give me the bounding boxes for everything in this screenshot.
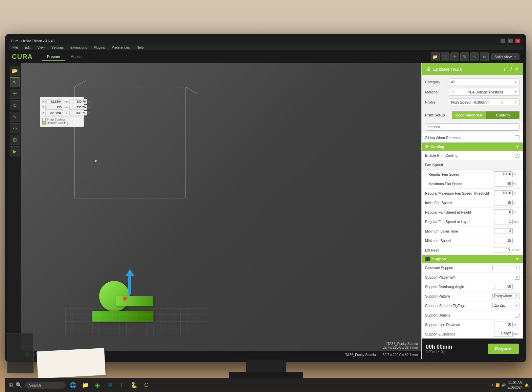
tab-monitor[interactable]: Monitor xyxy=(66,53,88,61)
support-section-header[interactable]: ⬛ Support ▼ xyxy=(422,255,523,263)
tray-up-icon[interactable]: ∧ xyxy=(491,383,493,387)
info-icon-2[interactable]: i xyxy=(508,66,512,72)
profile-value: High Speed - 0.380mm xyxy=(451,100,489,104)
uniform-scaling-checkbox[interactable]: ✓ xyxy=(42,121,46,125)
toolbar-rotate-icon[interactable]: ↻ xyxy=(460,52,469,61)
taskbar-search-icon[interactable]: 🔍 xyxy=(16,382,22,388)
menu-settings[interactable]: Settings xyxy=(50,45,65,50)
y-value-input[interactable] xyxy=(45,105,63,110)
toolbar-icons: 📁 ⬛ ✛ ↻ ⤡ ⇔ xyxy=(431,52,489,61)
minimize-button[interactable]: — xyxy=(501,39,505,43)
taskbar-edge[interactable]: 🌐 xyxy=(68,380,78,390)
bounding-box xyxy=(74,87,185,198)
material-info-icon[interactable]: ⓘ xyxy=(451,89,455,94)
fan-threshold-row: Regular/Maximum Fan Speed Threshold % xyxy=(422,189,523,198)
support-expand-icon[interactable]: ▼ xyxy=(515,257,519,261)
taskbar-teams[interactable]: T xyxy=(117,380,127,390)
taskbar-python[interactable]: 🐍 xyxy=(129,380,139,390)
snap-scaling-label: Snap Scaling xyxy=(47,118,65,121)
menu-help[interactable]: Help xyxy=(135,45,145,50)
taskbar-cura[interactable]: C xyxy=(141,380,151,390)
lift-head-input[interactable] xyxy=(493,247,511,253)
min-speed-label: Minimum Speed xyxy=(425,239,494,243)
tool-mirror[interactable]: ⇔ xyxy=(10,123,20,133)
fan-height-unit: % xyxy=(513,211,519,214)
recommended-button[interactable]: Recommended xyxy=(452,111,486,119)
tool-slice[interactable]: ▶ xyxy=(10,146,20,156)
cooling-icon: ❄ xyxy=(425,144,428,149)
toolbar-scale-icon[interactable]: ⤡ xyxy=(470,52,479,61)
search-input[interactable] xyxy=(425,123,519,131)
min-layer-time-input[interactable] xyxy=(494,228,513,234)
menu-view[interactable]: View xyxy=(36,45,46,50)
menu-plugins[interactable]: Plugins xyxy=(92,45,106,50)
toolbar-open-icon[interactable]: 📁 xyxy=(431,52,440,61)
tool-move[interactable]: ✛ xyxy=(10,89,20,99)
zigzag-dropdown[interactable]: Zig Zag ▼ xyxy=(492,303,519,308)
info-icon-1[interactable]: i xyxy=(504,66,505,72)
tray-volume-icon[interactable]: 🔊 xyxy=(502,383,506,387)
cura-logo: CURA xyxy=(12,53,33,61)
toolbar-cube-icon[interactable]: ⬛ xyxy=(441,52,449,61)
material-dropdown[interactable]: ⓘ PLA (Village Plastics) ▼ xyxy=(449,88,519,96)
regular-fan-input[interactable] xyxy=(494,171,513,177)
tool-scale[interactable]: ⤡ xyxy=(10,112,20,122)
support-line-dist-input[interactable] xyxy=(494,322,513,327)
category-dropdown[interactable]: All ▼ xyxy=(449,79,519,85)
taskbar-search[interactable]: Search xyxy=(25,382,66,389)
menu-edit[interactable]: Edit xyxy=(23,45,32,50)
min-speed-input[interactable] xyxy=(494,238,513,243)
close-button[interactable]: ✕ xyxy=(515,39,520,43)
tool-open[interactable]: 📂 xyxy=(10,66,20,76)
z-unit: mm xyxy=(64,112,68,115)
cooling-section-header[interactable]: ❄ Cooling ▼ xyxy=(422,143,523,151)
support-z-dist-input[interactable] xyxy=(494,331,513,337)
taskbar-outlook[interactable]: ✉ xyxy=(105,380,114,390)
toolbar-mirror-icon[interactable]: ⇔ xyxy=(480,52,489,61)
tray-network-icon[interactable]: 📶 xyxy=(495,383,500,387)
menu-extensions[interactable]: Extensions xyxy=(69,45,88,50)
z-label: Z xyxy=(42,111,44,115)
enable-cooling-checkbox[interactable]: ✓ xyxy=(515,153,519,158)
right-panel: 🖨 LulzBot TAZ 6 i i ▼ Category All ▼ xyxy=(421,63,523,359)
initial-fan-input[interactable] xyxy=(494,200,513,205)
panel-expand-icon[interactable]: ▼ xyxy=(514,66,519,72)
profile-dropdown[interactable]: High Speed - 0.380mm ★ ▼ xyxy=(449,99,519,106)
support-placement-checkbox[interactable]: ✓ xyxy=(515,275,519,280)
fan-height-input[interactable] xyxy=(494,209,513,215)
print-setup-row: Print Setup Recommended Custom xyxy=(422,109,523,121)
view-dropdown[interactable]: Solid View ▼ xyxy=(491,53,519,60)
menu-file[interactable]: File xyxy=(11,45,19,50)
taskbar-folder[interactable]: 📁 xyxy=(81,380,90,390)
window-title: Cura LulzBot Edition - 3.6.40 xyxy=(11,39,54,43)
toolbar-move-icon[interactable]: ✛ xyxy=(450,52,459,61)
notification-icon[interactable]: 🔔 xyxy=(525,383,529,387)
z-value-input[interactable] xyxy=(45,111,63,115)
menu-preferences[interactable]: Preferences xyxy=(110,45,131,50)
overhang-angle-input[interactable] xyxy=(494,284,513,289)
fan-threshold-input[interactable] xyxy=(494,190,513,196)
settings-area[interactable]: Z Hop When Retracted ❄ Cooling ▼ Enable … xyxy=(422,133,523,339)
tab-prepare[interactable]: Prepare xyxy=(42,53,65,61)
fan-layer-input[interactable] xyxy=(494,219,513,224)
z-hop-checkbox[interactable] xyxy=(515,135,519,140)
tool-support[interactable]: ⊞ xyxy=(10,135,20,145)
custom-button[interactable]: Custom xyxy=(486,111,520,119)
profile-star-icon[interactable]: ★ xyxy=(500,100,504,105)
cooling-expand-icon[interactable]: ▼ xyxy=(515,144,519,149)
taskbar-chrome[interactable]: ◉ xyxy=(93,380,102,390)
view-mode-label: Solid View xyxy=(494,55,512,59)
x-value-input[interactable] xyxy=(45,99,63,104)
generate-support-dropdown[interactable]: ▼ xyxy=(492,265,519,270)
maximize-button[interactable]: □ xyxy=(508,39,513,43)
prepare-button[interactable]: Prepare xyxy=(488,344,519,354)
windows-icon[interactable]: ⊞ xyxy=(8,382,13,388)
support-placement-label: Support Placement xyxy=(425,275,515,279)
support-pattern-dropdown[interactable]: Everywhere ▼ xyxy=(492,293,519,299)
tool-rotate[interactable]: ↻ xyxy=(10,100,20,110)
viewport[interactable]: X mm % Y mm % xyxy=(21,63,421,359)
tool-select[interactable]: ↖ xyxy=(10,77,20,87)
snap-scaling-checkbox[interactable] xyxy=(42,118,46,121)
max-fan-input[interactable] xyxy=(494,181,513,187)
support-density-checkbox[interactable] xyxy=(515,313,519,318)
